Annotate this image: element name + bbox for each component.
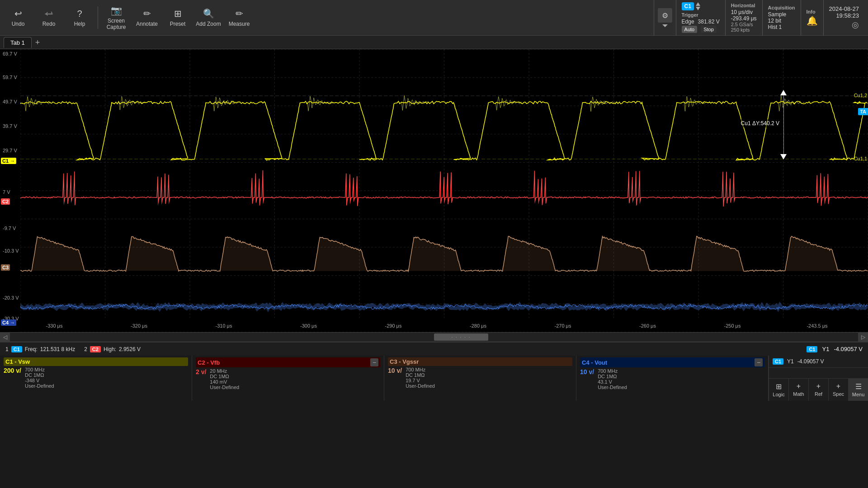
help-button[interactable]: ? Help <box>65 2 94 33</box>
annotate-icon: ✏ <box>143 8 151 19</box>
y-label-6: -9.7 V <box>3 225 16 231</box>
cursor-measurement-label: Cu1 ΔY:540.2 V <box>738 119 782 127</box>
c3-voltage: 10 v/ <box>388 367 402 389</box>
c1-coupling: DC 1MΩ <box>25 372 54 378</box>
y-label-3: 39.7 V <box>3 123 17 129</box>
acquisition-mode: Sample <box>768 11 795 18</box>
c2-offset: 140 mV <box>210 379 239 385</box>
c2-card-name: C2 - Vfb <box>198 359 220 366</box>
measure-button[interactable]: ✏ Measure <box>225 2 254 33</box>
status-ch1-badge: C1 <box>11 346 22 352</box>
screen-capture-button[interactable]: 📷 ScreenCapture <box>102 2 131 33</box>
undo-button[interactable]: ↩ Undo <box>4 2 33 33</box>
scroll-dots: · · · · · <box>451 335 471 340</box>
horizontal-samples: 250 kpts <box>731 27 757 33</box>
c4-bandwidth: 700 MHz <box>598 368 627 374</box>
status-y1-ch-badge: C1 <box>807 346 817 352</box>
menu-icon: ☰ <box>855 382 862 391</box>
time-tick-2: -310 μs <box>216 323 232 328</box>
settings-dropdown-arrow <box>662 24 668 27</box>
preset-icon: ⊞ <box>174 8 182 19</box>
c4-offset: 43.1 V <box>598 379 627 385</box>
acquisition-hist: Hist 1 <box>768 24 795 30</box>
time-tick-8: -250 μs <box>724 323 741 328</box>
logic-button[interactable]: ⊞ Logic <box>769 379 789 401</box>
rp-y1-display: C1 Y1 -4.09057 V <box>769 356 868 368</box>
settings-button[interactable]: ⚙ <box>658 8 672 23</box>
y-label-2: 49.7 V <box>3 99 17 104</box>
tab-bar: Tab 1 + <box>0 36 868 49</box>
math-icon: + <box>797 382 801 390</box>
trigger-type: Edge <box>682 19 694 25</box>
c4-minus-btn[interactable]: − <box>755 358 763 366</box>
time-tick-5: -280 μs <box>470 323 486 328</box>
c4-coupling: DC 1MΩ <box>598 374 627 379</box>
scroll-track[interactable]: · · · · · <box>10 333 858 342</box>
time-tick-3: -300 μs <box>300 323 317 328</box>
c2-voltage: 2 v/ <box>196 368 206 390</box>
horizontal-sample-rate: 2.5 GSa/s <box>731 22 757 27</box>
c1-type: User-Defined <box>25 383 54 389</box>
toolbar-right: ⚙ C1 Trigger Edge 381.82 V Auto Stop <box>654 0 864 36</box>
trigger-up-arrow <box>696 2 700 6</box>
spec-icon: + <box>836 382 840 390</box>
channel-card-c1: C1 - Vsw 200 v/ 700 MHz DC 1MΩ -348 V Us… <box>0 356 192 401</box>
math-button[interactable]: + Math <box>789 379 809 401</box>
scroll-thumb[interactable]: · · · · · <box>434 333 488 341</box>
c3-coupling: DC 1MΩ <box>406 372 435 378</box>
status-item-1: 1 C1 Freq: 121.531 8 kHz <box>5 346 75 352</box>
scroll-left-button[interactable]: ◁ <box>0 332 10 342</box>
cu1-bottom-label: Cu1,1 <box>854 156 867 161</box>
user-icon: ◎ <box>852 20 859 30</box>
horizontal-title: Horizontal <box>731 3 757 8</box>
spec-button[interactable]: + Spec <box>829 379 849 401</box>
toolbar: ↩ Undo ↩ Redo ? Help 📷 ScreenCapture ✏ A… <box>0 0 868 36</box>
cu1-top-label: Cu1,2 <box>854 93 867 98</box>
measure-icon: ✏ <box>236 8 243 19</box>
channel-card-c2: C2 - Vfb − 2 v/ 20 MHz DC 1MΩ 140 mV Use… <box>192 356 384 401</box>
redo-button[interactable]: ↩ Redo <box>34 2 63 33</box>
status-bar: 1 C1 Freq: 121.531 8 kHz 2 C2 High: 2.95… <box>0 342 868 356</box>
scope-display: 69.7 V 59.7 V 49.7 V 39.7 V 29.7 V 7 V -… <box>0 49 868 332</box>
undo-icon: ↩ <box>14 8 22 19</box>
ta-badge[interactable]: TA <box>858 108 868 115</box>
c1-voltage: 200 v/ <box>4 367 21 389</box>
channels-main: C1 - Vsw 200 v/ 700 MHz DC 1MΩ -348 V Us… <box>0 356 769 401</box>
status-y1-section: C1 Y1 -4.09057 V <box>807 346 863 352</box>
c3-offset: 19.7 V <box>406 378 435 383</box>
camera-icon: 📷 <box>111 5 122 16</box>
y-label-5: 7 V <box>3 189 10 195</box>
date-display: 2024-08-27 <box>829 5 859 12</box>
zoom-icon: 🔍 <box>203 8 214 19</box>
info-title: Info <box>807 9 818 14</box>
time-tick-6: -270 μs <box>555 323 571 328</box>
c4-type: User-Defined <box>598 385 627 390</box>
horizontal-position: -293.49 μs <box>731 15 757 22</box>
trigger-down-arrow <box>696 7 700 10</box>
scroll-bar: ◁ · · · · · ▷ <box>0 332 868 342</box>
c2-minus-btn[interactable]: − <box>370 358 378 366</box>
preset-button[interactable]: ⊞ Preset <box>163 2 192 33</box>
time-axis: -330 μs -320 μs -310 μs -300 μs -290 μs … <box>20 319 868 332</box>
c4-voltage: 10 v/ <box>580 368 594 390</box>
tab-add-button[interactable]: + <box>32 38 44 47</box>
channel-card-c3: C3 - Vgssr 10 v/ 700 MHz DC 1MΩ 19.7 V U… <box>384 356 576 401</box>
y-label-7: -10.3 V <box>3 248 19 253</box>
tab-1[interactable]: Tab 1 <box>4 37 32 48</box>
annotate-button[interactable]: ✏ Annotate <box>132 2 161 33</box>
ref-button[interactable]: + Ref <box>809 379 829 401</box>
c3-bandwidth: 700 MHz <box>406 367 435 372</box>
horizontal-section: Horizontal 10 μs/div -293.49 μs 2.5 GSa/… <box>725 0 762 36</box>
scroll-right-button[interactable]: ▷ <box>858 332 868 342</box>
trigger-stop-button[interactable]: Stop <box>701 26 717 33</box>
ch4-label: C4 → <box>1 319 16 326</box>
c4-card-name: C4 - Vout <box>582 359 607 366</box>
trigger-auto-button[interactable]: Auto <box>682 26 698 33</box>
horizontal-time-div: 10 μs/div <box>731 9 757 15</box>
menu-button[interactable]: ☰ Menu <box>849 379 868 401</box>
y-label-8: -20.3 V <box>3 295 19 300</box>
add-zoom-button[interactable]: 🔍 Add Zoom <box>194 2 223 33</box>
time-display: 19:58:23 <box>836 12 859 19</box>
c1-offset: -348 V <box>25 378 54 383</box>
rp-ch1-badge: C1 <box>773 358 783 365</box>
